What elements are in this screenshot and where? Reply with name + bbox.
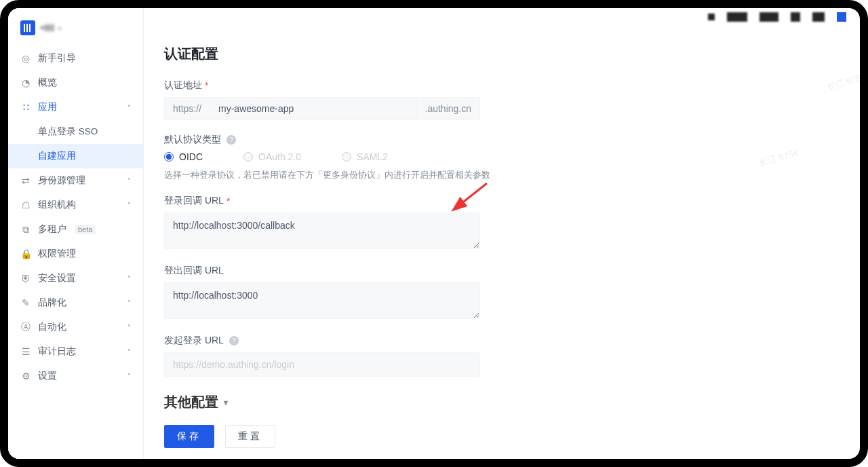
sidebar-item-settings[interactable]: ⚙ 设置 ˅ (8, 364, 143, 388)
beta-badge: beta (75, 225, 96, 234)
apps-icon: ∷ (20, 102, 31, 113)
gear-icon: ⚙ (20, 371, 31, 381)
chevron-down-icon: ˅ (127, 202, 131, 209)
lock-icon: 🔒 (20, 248, 31, 259)
sidebar-item-tenant[interactable]: ⧉ 多租户 beta (8, 217, 143, 242)
sidebar-item-apps[interactable]: ∷ 应用 ˄ (8, 95, 143, 119)
login-callback-input[interactable] (164, 212, 480, 249)
sidebar: •III - ◎ 新手引导 ◔ 概览 ∷ 应用 ˄ (8, 8, 144, 459)
help-icon[interactable]: ? (226, 135, 236, 145)
main-content: 长江 8754 长江 8754 认证配置 认证地址 * https:// .au… (144, 8, 860, 459)
auth-url-prefix: https:// (164, 97, 210, 120)
sidebar-item-org[interactable]: ☖ 组织机构 ˅ (8, 193, 143, 217)
other-section-label: 其他配置 (164, 393, 218, 411)
label-protocol: 默认协议类型 (164, 134, 221, 146)
auth-url-subdomain-input[interactable] (210, 97, 416, 120)
brand-text: •III - (41, 22, 62, 33)
radio-label: OIDC (179, 151, 203, 162)
field-logout-callback: 登出回调 URL (164, 265, 652, 321)
chevron-down-icon: ˅ (127, 275, 131, 282)
brand: •III - (8, 14, 143, 46)
watermark: 长江 8754 (758, 147, 800, 169)
sidebar-item-security[interactable]: ⛨ 安全设置 ˅ (8, 266, 143, 291)
chevron-down-icon: ˅ (127, 348, 131, 356)
radio-input-saml[interactable] (342, 152, 351, 162)
section-title-other[interactable]: 其他配置 ▾ (164, 393, 652, 411)
required-mark: * (226, 195, 230, 206)
sidebar-subitem-sso[interactable]: 单点登录 SSO (8, 119, 143, 144)
sidebar-item-identity[interactable]: ⇄ 身份源管理 ˅ (8, 168, 143, 193)
save-button[interactable]: 保存 (164, 425, 214, 448)
required-mark: * (205, 80, 208, 91)
reset-button[interactable]: 重置 (225, 425, 275, 448)
shield-icon: ⛨ (20, 273, 31, 284)
help-icon[interactable]: ? (229, 336, 239, 345)
org-icon: ☖ (20, 200, 31, 210)
sidebar-item-label: 身份源管理 (38, 174, 85, 187)
sidebar-item-label: 多租户 (38, 223, 66, 236)
logout-callback-input[interactable] (164, 282, 480, 319)
field-init-login: 发起登录 URL ? (164, 335, 652, 377)
radio-label: OAuth 2.0 (258, 151, 301, 162)
sidebar-item-label: 设置 (38, 370, 57, 382)
radio-oidc[interactable]: OIDC (164, 151, 203, 162)
sidebar-item-label: 自动化 (38, 321, 66, 333)
sidebar-item-audit[interactable]: ☰ 审计日志 ˅ (8, 339, 143, 364)
field-auth-url: 认证地址 * https:// .authing.cn (164, 79, 652, 120)
sidebar-item-label: 品牌化 (38, 297, 66, 309)
radio-input-oidc[interactable] (164, 152, 174, 162)
radio-oauth[interactable]: OAuth 2.0 (243, 151, 301, 162)
radio-saml[interactable]: SAML2 (342, 151, 388, 162)
tenant-icon: ⧉ (20, 224, 31, 235)
sidebar-item-guide[interactable]: ◎ 新手引导 (8, 46, 143, 71)
sidebar-item-branding[interactable]: ✎ 品牌化 ˅ (8, 291, 143, 315)
chevron-down-icon: ˅ (127, 324, 131, 331)
sidebar-subitem-custom-app[interactable]: 自建应用 (8, 144, 143, 168)
sidebar-item-label: 单点登录 SSO (38, 126, 98, 138)
chevron-down-icon: ˅ (127, 373, 131, 380)
pie-icon: ◔ (20, 77, 31, 88)
sidebar-item-label: 应用 (38, 101, 57, 113)
sidebar-item-automation[interactable]: Ⓐ 自动化 ˅ (8, 315, 143, 339)
sidebar-item-label: 权限管理 (38, 248, 76, 260)
radio-input-oauth[interactable] (243, 152, 253, 162)
log-icon: ☰ (20, 346, 31, 357)
link-icon: ⇄ (20, 175, 31, 186)
chevron-up-icon: ˄ (127, 104, 131, 111)
sidebar-item-overview[interactable]: ◔ 概览 (8, 71, 143, 95)
sidebar-item-label: 自建应用 (38, 150, 76, 162)
field-login-callback: 登录回调 URL * (164, 195, 652, 251)
chevron-down-icon: ˅ (127, 177, 131, 185)
sidebar-item-label: 组织机构 (38, 199, 76, 211)
label-auth-url: 认证地址 (164, 79, 202, 92)
sidebar-item-label: 新手引导 (38, 52, 76, 64)
label-logout-callback: 登出回调 URL (164, 265, 224, 277)
compass-icon: ◎ (20, 53, 31, 64)
section-title-auth: 认证配置 (164, 45, 652, 63)
auto-icon: Ⓐ (20, 322, 31, 333)
logo-icon (20, 20, 35, 35)
chevron-down-icon: ▾ (224, 398, 228, 407)
brush-icon: ✎ (20, 297, 31, 308)
init-login-input[interactable] (164, 352, 480, 377)
auth-url-suffix: .authing.cn (416, 97, 481, 120)
sidebar-item-label: 安全设置 (38, 272, 76, 284)
sidebar-item-permission[interactable]: 🔒 权限管理 (8, 242, 143, 266)
chevron-down-icon: ˅ (127, 299, 131, 307)
sidebar-item-label: 审计日志 (38, 345, 76, 358)
watermark: 长江 8754 (826, 71, 860, 93)
sidebar-item-label: 概览 (38, 77, 57, 89)
label-login-callback: 登录回调 URL (164, 195, 224, 207)
radio-label: SAML2 (357, 151, 388, 162)
label-init-login: 发起登录 URL (164, 335, 224, 347)
field-protocol: 默认协议类型 ? OIDC OAuth 2.0 (164, 134, 652, 181)
protocol-hint: 选择一种登录协议，若已禁用请在下方「更多身份协议」内进行开启并配置相关参数 (164, 169, 652, 181)
